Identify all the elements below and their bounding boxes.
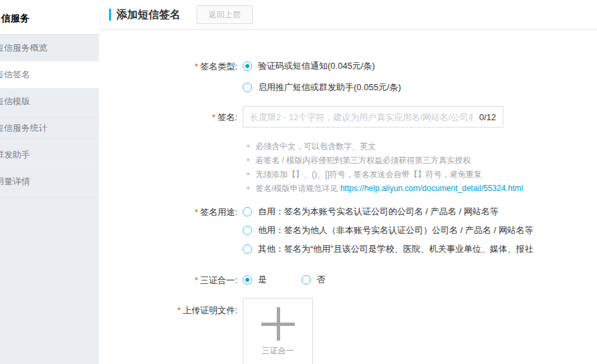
- sign-type-option-promotion[interactable]: 启用推广短信或群发助手(0.055元/条): [243, 79, 401, 96]
- sidebar-item-sms-template[interactable]: 短信模版: [0, 88, 99, 115]
- purpose-label: *签名用途:: [99, 204, 243, 260]
- required-mark: *: [177, 305, 181, 315]
- upload-dropzone[interactable]: 三证合一: [243, 298, 313, 364]
- required-mark: *: [195, 61, 198, 71]
- purpose-option-self[interactable]: 自用：签名为本账号实名认证公司的公司名 / 产品名 / 网站名等: [243, 204, 533, 220]
- sidebar-item-sms-statistics[interactable]: 短信服务统计: [0, 115, 99, 142]
- required-mark: *: [195, 207, 198, 217]
- radio-label: 否: [317, 274, 326, 286]
- radio-icon[interactable]: [243, 61, 252, 71]
- page-title: 添加短信签名: [116, 8, 181, 22]
- title-accent-bar: [109, 9, 111, 21]
- radio-icon[interactable]: [243, 207, 252, 216]
- radio-icon[interactable]: [302, 275, 311, 285]
- sidebar-item-mass-assistant[interactable]: 群发助手: [0, 142, 99, 168]
- note-item: 无须添加【】、()、[]符号，签名发送会自带【】符号，避免重复: [247, 168, 597, 182]
- radio-label: 启用推广短信或群发助手(0.055元/条): [258, 81, 401, 94]
- radio-icon[interactable]: [243, 226, 252, 235]
- back-to-parent-button[interactable]: 返回上层: [197, 5, 253, 24]
- note-item: 若签名 / 模版内容侵犯到第三方权益必须获得第三方真实授权: [247, 154, 597, 168]
- page-header: 添加短信签名 返回上层: [99, 0, 597, 30]
- radio-label: 其他：签名为“他用”且该公司是学校、医院、机关事业单位、媒体、报社: [258, 243, 533, 255]
- upload-label: *上传证明文件:: [99, 298, 243, 364]
- signature-input-box: 0/12: [243, 106, 503, 128]
- signature-notes: 必须含中文，可以包含数字、英文 若签名 / 模版内容侵犯到第三方权益必须获得第三…: [247, 140, 597, 196]
- sidebar-item-usage-detail[interactable]: 用量详情: [0, 168, 99, 195]
- signature-input[interactable]: [243, 112, 479, 122]
- sign-type-option-verification[interactable]: 验证码或短信通知(0.045元/条): [243, 58, 401, 74]
- purpose-option-other-org[interactable]: 其他：签名为“他用”且该公司是学校、医院、机关事业单位、媒体、报社: [243, 241, 533, 257]
- plus-icon: [261, 307, 295, 341]
- radio-icon[interactable]: [243, 83, 252, 92]
- required-mark: *: [195, 275, 198, 285]
- three-in-one-label: *三证合一:: [99, 272, 243, 288]
- main-content: 添加短信签名 返回上层 *签名类型: 验证码或短信通知(0.045元/条) 启用…: [99, 0, 597, 364]
- sidebar-title: 信服务: [0, 0, 99, 35]
- help-doc-link[interactable]: https://help.aliyun.com/document_detail/…: [340, 184, 523, 193]
- sidebar-item-sms-overview[interactable]: 短信服务概览: [0, 35, 99, 61]
- upload-box-text: 三证合一: [243, 345, 312, 357]
- sidebar: 信服务 短信服务概览 短信签名 短信模版 短信服务统计 群发助手 用量详情: [0, 0, 99, 364]
- radio-label: 他用：签名为他人（非本账号实名认证公司）公司名 / 产品名 / 网站名等: [258, 224, 533, 236]
- three-in-one-option-yes[interactable]: 是: [243, 274, 267, 286]
- radio-icon[interactable]: [243, 275, 252, 285]
- radio-icon[interactable]: [243, 244, 252, 254]
- add-signature-form: *签名类型: 验证码或短信通知(0.045元/条) 启用推广短信或群发助手(0.…: [99, 30, 597, 364]
- radio-label: 是: [258, 274, 267, 286]
- row-signature: *签名: 0/12: [99, 106, 597, 128]
- row-sign-type: *签名类型: 验证码或短信通知(0.045元/条) 启用推广短信或群发助手(0.…: [99, 58, 597, 101]
- note-item: 必须含中文，可以包含数字、英文: [247, 140, 597, 154]
- three-in-one-option-no[interactable]: 否: [302, 274, 326, 286]
- required-mark: *: [212, 112, 215, 122]
- sign-type-label: *签名类型:: [99, 58, 243, 101]
- row-purpose: *签名用途: 自用：签名为本账号实名认证公司的公司名 / 产品名 / 网站名等 …: [99, 204, 597, 260]
- note-item-link: 签名/模版申请规范详见 https://help.aliyun.com/docu…: [247, 182, 597, 196]
- radio-label: 验证码或短信通知(0.045元/条): [258, 60, 375, 72]
- signature-label: *签名:: [99, 106, 243, 128]
- row-three-in-one: *三证合一: 是 否: [99, 272, 597, 288]
- radio-label: 自用：签名为本账号实名认证公司的公司名 / 产品名 / 网站名等: [258, 206, 499, 218]
- purpose-option-others[interactable]: 他用：签名为他人（非本账号实名认证公司）公司名 / 产品名 / 网站名等: [243, 222, 533, 238]
- sidebar-item-sms-signature[interactable]: 短信签名: [0, 61, 99, 88]
- char-counter: 0/12: [479, 112, 503, 122]
- row-upload: *上传证明文件: 三证合一: [99, 298, 597, 364]
